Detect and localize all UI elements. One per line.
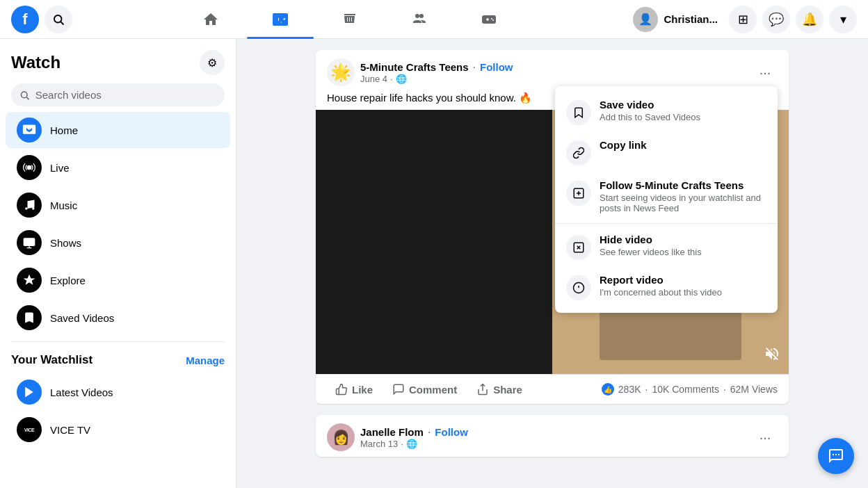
home-nav-icon [17,117,42,143]
sidebar-item-explore[interactable]: Explore [6,262,230,298]
menu-title-save-video: Save video [600,99,700,111]
post-follow-button-1[interactable]: Follow [480,61,513,73]
search-icon [19,90,30,101]
watchlist-header: Your Watchlist Manage [0,348,236,373]
menu-divider [555,223,778,224]
post-author-2: 👩 Janelle Flom · Follow March 13 · [327,423,468,451]
sidebar-item-home[interactable]: Home [6,112,230,148]
copy-link-icon [566,140,591,165]
post-more-button-1[interactable]: ··· [753,60,778,85]
grid-icon[interactable]: ⊞ [729,6,757,33]
sidebar-item-label-saved: Saved Videos [50,312,114,324]
svg-point-5 [491,18,492,19]
nav-right: 👤 Christian... ⊞ 💬 🔔 ▾ [627,4,857,35]
comment-button[interactable]: Comment [384,377,465,401]
post-author-info-2: Janelle Flom · Follow March 13 · 🌐 [360,426,468,449]
svg-line-8 [26,97,29,99]
menu-item-save-video[interactable]: Save video Add this to Saved Videos [555,92,778,132]
sidebar-item-label-shows: Shows [50,237,81,249]
menu-title-copy-link: Copy link [600,139,647,151]
top-navigation: f 👤 Christian... ⊞ 💬 🔔 ▾ [0,0,868,39]
post-header-1: 🌟 5-Minute Crafts Teens · Follow June 4 … [316,50,789,86]
menu-item-report-video[interactable]: Report video I'm concerned about this vi… [555,267,778,307]
svg-point-6 [492,19,494,21]
watchlist-item-vice[interactable]: VICE VICE TV [6,412,230,448]
sidebar-header: Watch ⚙ [0,44,236,78]
sidebar-divider [11,341,225,342]
sidebar-item-label-live: Live [50,162,70,174]
menu-text-copy-link: Copy link [600,139,647,151]
post-more-button-2[interactable]: ··· [753,425,778,450]
nav-watch-button[interactable] [247,3,314,36]
menu-item-hide-video[interactable]: Hide video See fewer videos like this [555,227,778,267]
post-avatar-1: 🌟 [327,58,355,86]
settings-gear-icon[interactable]: ⚙ [200,50,225,75]
svg-point-3 [419,14,424,18]
svg-line-1 [61,22,63,24]
search-icon[interactable] [45,6,72,33]
main-layout: Watch ⚙ Home Live Music [0,0,868,488]
post-stats-1: 👍 283K · 10K Comments · 62M Views [602,383,778,396]
sidebar-item-label-home: Home [50,124,78,136]
new-message-button[interactable] [818,438,854,474]
watchlist-title: Your Watchlist [11,353,93,367]
username: Christian... [664,13,718,25]
watchlist-item-latest[interactable]: Latest Videos [6,374,230,410]
sidebar-item-label-music: Music [50,200,77,211]
facebook-logo[interactable]: f [11,6,39,33]
account-menu-icon[interactable]: ▾ [829,6,857,33]
menu-title-report-video: Report video [600,274,722,286]
menu-item-copy-link[interactable]: Copy link [555,132,778,172]
manage-watchlist-link[interactable]: Manage [186,355,225,366]
post-dropdown-menu: Save video Add this to Saved Videos Copy… [555,86,778,313]
menu-text-follow-page: Follow 5-Minute Crafts Teens Start seein… [600,179,766,213]
sidebar-item-music[interactable]: Music [6,187,230,223]
post-author-name-2: Janelle Flom [360,426,424,438]
music-nav-icon [17,193,42,218]
nav-groups-button[interactable] [386,3,453,36]
menu-subtitle-save-video: Add this to Saved Videos [600,112,700,122]
sidebar-item-label-explore: Explore [50,275,86,286]
save-video-icon [566,100,591,125]
search-input[interactable] [35,89,216,101]
post-author-1: 🌟 5-Minute Crafts Teens · Follow June 4 … [327,58,513,86]
post-follow-button-2[interactable]: Follow [435,426,468,438]
sidebar-item-saved[interactable]: Saved Videos [6,300,230,336]
like-button[interactable]: Like [327,377,381,401]
sidebar: Watch ⚙ Home Live Music [0,39,236,488]
user-profile-button[interactable]: 👤 Christian... [627,4,723,35]
sidebar-item-live[interactable]: Live [6,149,230,186]
nav-center [72,3,627,36]
svg-marker-11 [25,387,33,398]
sidebar-title: Watch [11,53,61,72]
nav-gaming-button[interactable] [456,3,522,36]
menu-text-save-video: Save video Add this to Saved Videos [600,99,700,122]
menu-text-report-video: Report video I'm concerned about this vi… [600,274,722,298]
messenger-icon[interactable]: 💬 [762,6,790,33]
nav-marketplace-button[interactable] [316,3,383,36]
sidebar-item-shows[interactable]: Shows [6,225,230,261]
post-card-2: 👩 Janelle Flom · Follow March 13 · [316,415,789,457]
video-mute-icon[interactable] [764,345,780,366]
nav-home-button[interactable] [177,3,244,36]
feed-container: 🌟 5-Minute Crafts Teens · Follow June 4 … [316,50,789,477]
watchlist-item-label-vice: VICE TV [50,424,90,436]
post-meta-2: March 13 · 🌐 [360,439,468,449]
svg-point-0 [54,15,62,23]
live-nav-icon [17,155,42,180]
notifications-icon[interactable]: 🔔 [796,6,823,33]
video-left-panel [316,110,552,374]
svg-point-2 [415,14,419,18]
menu-title-hide-video: Hide video [600,234,702,245]
saved-nav-icon [17,305,42,330]
post-actions-1: Like Comment Share 👍 283K [316,374,789,404]
avatar: 👤 [633,7,658,32]
menu-subtitle-report-video: I'm concerned about this video [600,287,722,298]
post-author-name-1: 5-Minute Crafts Teens [360,61,469,73]
share-button[interactable]: Share [468,377,531,401]
watchlist-item-label-latest: Latest Videos [50,387,113,398]
hide-video-icon [566,235,591,260]
post-header-2: 👩 Janelle Flom · Follow March 13 · [316,415,789,451]
menu-item-follow-page[interactable]: Follow 5-Minute Crafts Teens Start seein… [555,172,778,220]
vice-tv-avatar: VICE [17,417,42,442]
